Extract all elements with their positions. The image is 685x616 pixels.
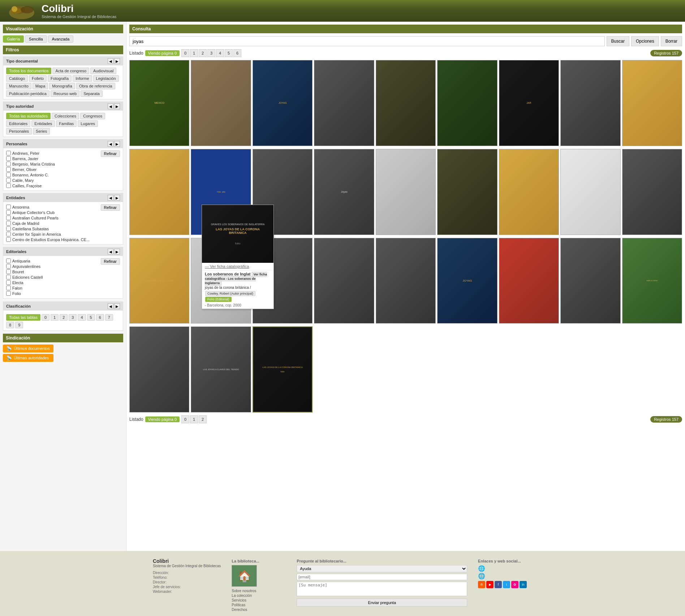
clasif-3[interactable]: 3 xyxy=(69,314,77,321)
book-thumb[interactable] xyxy=(376,149,436,235)
clasif-6[interactable]: 6 xyxy=(96,314,104,321)
cb-ansorena[interactable] xyxy=(6,205,11,209)
tag-mapa[interactable]: Mapa xyxy=(33,83,48,89)
cb-ediciones-castell[interactable] xyxy=(6,275,11,279)
book-thumb[interactable] xyxy=(437,149,497,235)
book-thumb[interactable]: LAS JOYAS A CLAVES DEL TIENDO xyxy=(191,326,251,412)
cb-barrera[interactable] xyxy=(6,156,11,161)
clasif-8[interactable]: 8 xyxy=(6,322,14,328)
cb-antiquaria[interactable] xyxy=(6,258,11,263)
tag-pub-periodica[interactable]: Publicación periódica xyxy=(6,90,49,97)
tag-personales[interactable]: Personales xyxy=(6,128,32,134)
editorial-tag[interactable]: Folio (Editorial) xyxy=(205,297,232,302)
link-politicas[interactable]: Políticas xyxy=(232,603,286,607)
book-thumb[interactable]: eels in time xyxy=(622,238,682,324)
cb-berner[interactable] xyxy=(6,167,11,172)
tab-avanzada[interactable]: Avanzada xyxy=(48,35,74,43)
clasificacion-next[interactable]: ▶ xyxy=(114,303,120,309)
ver-ficha-link[interactable]: — Ver ficha catalográfica xyxy=(202,263,273,270)
page-0[interactable]: 0 xyxy=(181,49,189,57)
page-5[interactable]: 5 xyxy=(225,49,233,57)
entidades-refinar[interactable]: Refinar xyxy=(101,204,120,211)
clasif-2[interactable]: 2 xyxy=(60,314,68,321)
tag-catalogo[interactable]: Catálogo xyxy=(6,75,28,82)
book-thumb[interactable] xyxy=(437,60,497,146)
link-sobre-nosotros[interactable]: Sobre nosotros xyxy=(232,589,286,593)
borrar-button[interactable]: Borrar xyxy=(661,36,682,46)
cb-antique[interactable] xyxy=(6,210,11,215)
link-servicios[interactable]: Servicios xyxy=(232,598,286,602)
ayuda-select[interactable]: Ayuda xyxy=(297,565,467,572)
cb-andrews[interactable] xyxy=(6,151,11,155)
tag-informe[interactable]: Informe xyxy=(73,75,92,82)
book-thumb-active[interactable]: LAS JOYAS DE LA CORONA BRITANICAfolio xyxy=(253,326,313,412)
tab-galeria[interactable]: Galería xyxy=(3,35,24,43)
clasif-7[interactable]: 7 xyxy=(105,314,113,321)
cb-cailles[interactable] xyxy=(6,183,11,188)
cb-bouret[interactable] xyxy=(6,269,11,274)
tag-congresos[interactable]: Congresos xyxy=(80,113,105,119)
cb-folio[interactable] xyxy=(6,291,11,296)
book-thumb[interactable]: JOYAS xyxy=(253,60,313,146)
globe-icon-2[interactable]: 🌐 xyxy=(478,573,532,579)
clasif-1[interactable]: 1 xyxy=(51,314,59,321)
book-thumb[interactable]: Les Diamants de la Couronne xyxy=(129,238,189,324)
link-derechos[interactable]: Derechos xyxy=(232,608,286,612)
blogger-icon[interactable]: B xyxy=(478,581,485,588)
book-thumb[interactable] xyxy=(622,149,682,235)
page-4[interactable]: 4 xyxy=(216,49,224,57)
clasif-0[interactable]: 0 xyxy=(42,314,49,321)
tipo-autoridad-prev[interactable]: ◀ xyxy=(108,103,113,109)
cb-falon[interactable] xyxy=(6,286,11,290)
personales-refinar[interactable]: Refinar xyxy=(101,150,120,157)
book-thumb[interactable] xyxy=(560,238,620,324)
tag-familias[interactable]: Familias xyxy=(56,120,77,127)
enviar-button[interactable]: Enviar pregunta xyxy=(297,599,467,607)
editoriales-refinar[interactable]: Refinar xyxy=(101,258,120,265)
cb-caja-madrid[interactable] xyxy=(6,221,11,226)
tag-lugares[interactable]: Lugares xyxy=(78,120,98,127)
book-thumb[interactable] xyxy=(191,60,251,146)
book-thumb[interactable] xyxy=(499,238,559,324)
clasificacion-prev[interactable]: ◀ xyxy=(108,303,113,309)
cb-bergesio[interactable] xyxy=(6,162,11,166)
tag-todas-aut[interactable]: Todas las autoridades xyxy=(6,113,51,119)
rss-ultimas-aut[interactable]: 📡 Últimas autoridades xyxy=(3,354,53,362)
tag-folleto[interactable]: Folleto xyxy=(29,75,47,82)
book-thumb[interactable] xyxy=(560,149,620,235)
book-thumb[interactable] xyxy=(314,238,374,324)
book-thumb[interactable] xyxy=(560,60,620,146)
cb-argus[interactable] xyxy=(6,264,11,269)
editoriales-prev[interactable]: ◀ xyxy=(108,249,113,254)
book-thumb[interactable]: Joyas xyxy=(314,149,374,235)
book-thumb[interactable]: MEXICO xyxy=(129,60,189,146)
tag-manuscrito[interactable]: Manuscrito xyxy=(6,83,31,89)
tag-monografia[interactable]: Monografía xyxy=(49,83,75,89)
clasif-4[interactable]: 4 xyxy=(78,314,86,321)
book-thumb[interactable]: JAR xyxy=(499,60,559,146)
opciones-button[interactable]: Opciones xyxy=(631,36,659,46)
book-thumb[interactable]: JOYAS xyxy=(437,238,497,324)
personales-prev[interactable]: ◀ xyxy=(108,141,113,147)
tab-sencilla[interactable]: Sencilla xyxy=(25,35,47,43)
tag-fotografia[interactable]: Fotografía xyxy=(48,75,72,82)
book-thumb[interactable] xyxy=(129,326,189,412)
personales-next[interactable]: ▶ xyxy=(114,141,120,147)
tag-editoriales[interactable]: Editoriales xyxy=(6,120,30,127)
buscar-button[interactable]: Buscar xyxy=(607,36,629,46)
tag-recurso-web[interactable]: Recurso web xyxy=(51,90,79,97)
cb-centro-estudios[interactable] xyxy=(6,237,11,242)
book-thumb[interactable] xyxy=(314,60,374,146)
tipo-autoridad-next[interactable]: ▶ xyxy=(114,103,120,109)
cb-electa[interactable] xyxy=(6,280,11,285)
linkedin-icon[interactable]: in xyxy=(520,581,527,588)
tag-separata[interactable]: Separata xyxy=(81,90,103,97)
entidades-prev[interactable]: ◀ xyxy=(108,195,113,201)
flickr-icon[interactable]: ✿ xyxy=(511,581,518,588)
book-thumb[interactable] xyxy=(129,149,189,235)
cb-cable[interactable] xyxy=(6,178,11,183)
link-coleccion[interactable]: La colección xyxy=(232,594,286,598)
tag-legislacion[interactable]: Legislación xyxy=(93,75,119,82)
rss-ultimos-docs[interactable]: 📡 Últimos documentos xyxy=(3,345,53,352)
page-6[interactable]: 6 xyxy=(233,49,241,57)
